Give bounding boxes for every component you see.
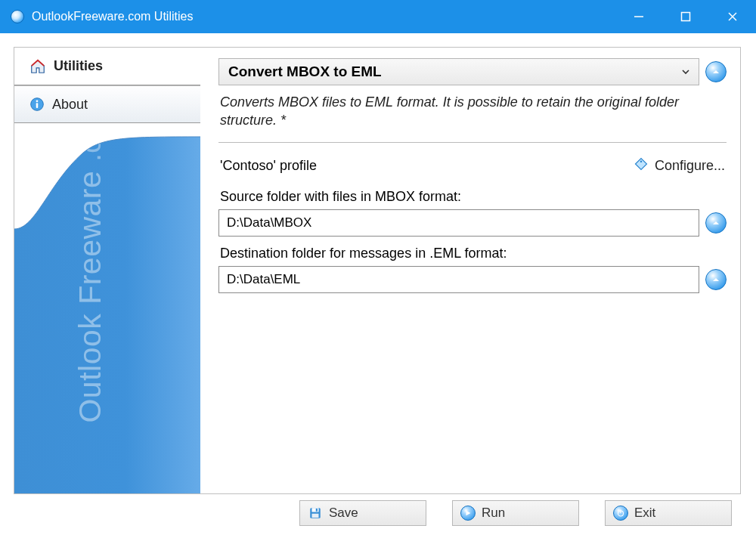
utility-selector-dropdown[interactable]: Convert MBOX to EML — [218, 58, 699, 85]
titlebar: OutlookFreeware.com Utilities — [0, 0, 756, 33]
configure-link[interactable]: Configure... — [634, 156, 725, 175]
client-area: Outlook Freeware .com Utilities About — [0, 33, 756, 535]
destination-folder-label: Destination folder for messages in .EML … — [218, 237, 727, 266]
exit-button[interactable]: Exit — [605, 500, 732, 526]
main-content: Convert MBOX to EML Converts MBOX files … — [200, 48, 740, 493]
sidebar-tab-label: About — [52, 97, 88, 113]
save-button[interactable]: Save — [299, 500, 426, 526]
svg-rect-9 — [312, 508, 319, 512]
collapse-button[interactable] — [705, 61, 727, 82]
window-title: OutlookFreeware.com Utilities — [32, 10, 193, 23]
profile-name: 'Contoso' profile — [220, 158, 317, 174]
svg-point-7 — [640, 160, 643, 162]
svg-rect-11 — [312, 514, 319, 518]
run-button[interactable]: Run — [452, 500, 579, 526]
destination-folder-input[interactable] — [218, 266, 699, 293]
chevron-down-icon — [680, 67, 691, 76]
play-icon — [460, 506, 476, 521]
source-folder-input[interactable] — [218, 209, 699, 237]
power-icon — [613, 506, 628, 521]
utility-selector-label: Convert MBOX to EML — [228, 63, 382, 80]
app-icon — [11, 10, 24, 23]
main-frame: Outlook Freeware .com Utilities About — [14, 47, 741, 494]
minimize-button[interactable] — [615, 0, 662, 33]
configure-label: Configure... — [655, 158, 725, 174]
utility-description: Converts MBOX files to EML format. It is… — [218, 85, 727, 143]
sidebar-tab-utilities[interactable]: Utilities — [14, 48, 201, 85]
window-controls — [615, 0, 756, 33]
svg-point-5 — [36, 100, 39, 102]
info-icon — [29, 97, 45, 112]
close-button[interactable] — [709, 0, 756, 33]
svg-rect-6 — [36, 103, 39, 108]
svg-rect-1 — [682, 13, 690, 21]
source-browse-button[interactable] — [705, 212, 727, 233]
home-icon — [29, 58, 46, 75]
maximize-button[interactable] — [662, 0, 709, 33]
save-icon — [308, 506, 323, 521]
tag-icon — [634, 156, 649, 175]
sidebar-tab-about[interactable]: About — [14, 85, 201, 123]
source-folder-label: Source folder with files in MBOX format: — [218, 180, 727, 209]
sidebar-tabs: Utilities About — [14, 48, 201, 123]
destination-browse-button[interactable] — [705, 269, 727, 290]
bottom-button-bar: Save Run Exit — [0, 500, 756, 526]
svg-rect-10 — [316, 509, 318, 512]
sidebar-tab-label: Utilities — [54, 58, 103, 74]
